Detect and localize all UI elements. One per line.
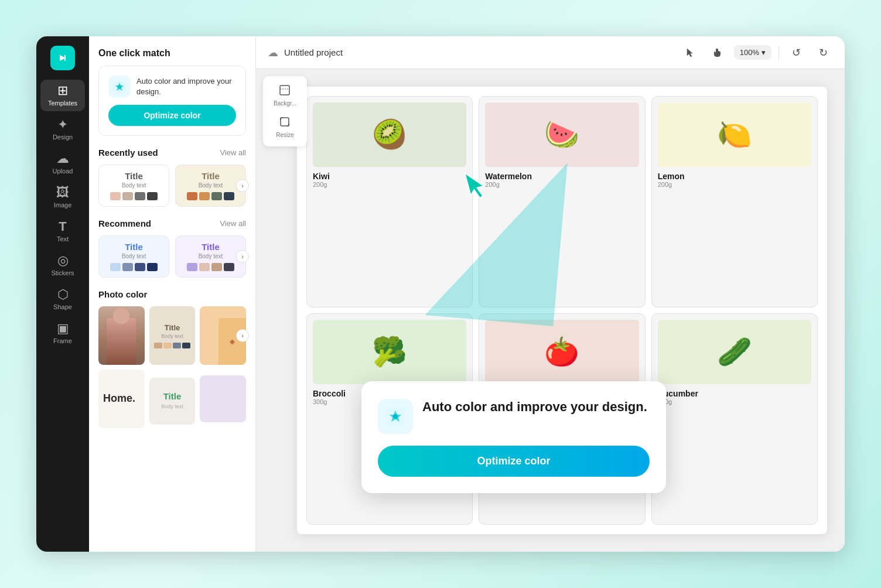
- decorative-triangle: [425, 152, 568, 326]
- background-tool[interactable]: Backgr...: [268, 81, 302, 110]
- recommend-next-chevron[interactable]: ›: [236, 250, 249, 263]
- image-icon: 🖼: [56, 186, 69, 199]
- sidebar-item-text-label: Text: [57, 235, 69, 242]
- recommend-title: Recommend: [98, 218, 151, 228]
- background-icon: [279, 84, 291, 99]
- template-rec-body-2: Body text: [182, 253, 240, 259]
- resize-icon: [279, 116, 291, 131]
- svg-rect-4: [281, 118, 289, 126]
- main-area: ☁ Untitled project 100% ▾: [256, 36, 845, 552]
- swatch: [199, 263, 210, 271]
- sidebar-item-frame[interactable]: ▣ Frame: [40, 317, 85, 349]
- photo-card-person[interactable]: [98, 306, 145, 365]
- design-icon: ✦: [57, 118, 68, 131]
- svg-point-6: [393, 414, 398, 419]
- frame-icon: ▣: [57, 322, 69, 335]
- sidebar-item-stickers[interactable]: ◎ Stickers: [40, 249, 85, 281]
- photo-color-title: Photo color: [98, 289, 147, 299]
- resize-tool-label: Resize: [276, 132, 294, 138]
- fruit-weight-lemon: 200g: [658, 181, 672, 188]
- fruit-name-lemon: Lemon: [658, 172, 685, 181]
- swatch: [211, 192, 222, 200]
- template-rec-title-2: Title: [182, 242, 240, 252]
- zoom-control[interactable]: 100% ▾: [734, 45, 771, 60]
- shape-icon: ⬡: [57, 288, 69, 301]
- optimize-color-button-panel[interactable]: Optimize color: [108, 105, 236, 126]
- hand-tool-button[interactable]: [707, 43, 727, 63]
- photo-small-swatches: [154, 343, 190, 348]
- svg-point-2: [118, 85, 121, 88]
- photo-color-next-chevron[interactable]: ›: [236, 329, 249, 342]
- template-rec-title-1: Title: [105, 242, 163, 252]
- resize-tool[interactable]: Resize: [268, 112, 302, 142]
- popup-description: Auto color and improve your design.: [422, 399, 647, 416]
- sidebar-item-image[interactable]: 🖼 Image: [40, 182, 85, 213]
- one-click-card: Auto color and improve your design. Opti…: [98, 66, 246, 136]
- photo-template-title-card[interactable]: Title Body text: [149, 306, 196, 365]
- photo-color-header: Photo color: [98, 289, 246, 299]
- recently-used-grid: Title Body text Title Body text: [98, 165, 246, 207]
- recently-used-view-all[interactable]: View all: [220, 148, 246, 157]
- sidebar-item-templates-label: Templates: [48, 100, 77, 107]
- swatch: [147, 192, 158, 200]
- fruit-image-lemon: 🍋: [658, 102, 811, 167]
- one-click-icon: [108, 76, 131, 98]
- swatch: [199, 192, 210, 200]
- panel-section-title: One click match: [98, 48, 246, 59]
- photo-color-section: Photo color Title Body text: [98, 289, 246, 428]
- fruit-image-cucumber: 🥒: [658, 320, 811, 384]
- recommend-view-all[interactable]: View all: [220, 219, 246, 228]
- template-rec-body-1: Body text: [105, 253, 163, 259]
- home-text-card[interactable]: Home.: [98, 370, 145, 428]
- undo-button[interactable]: ↺: [786, 43, 806, 63]
- project-name: Untitled project: [284, 47, 343, 57]
- swatch: [173, 343, 181, 348]
- fruit-image-broccoli: 🥦: [313, 320, 466, 384]
- template-body-1: Body text: [105, 182, 163, 189]
- sidebar-item-shape-label: Shape: [53, 303, 72, 310]
- canvas-toolbar: Backgr... Resize: [263, 76, 307, 146]
- toolbar: ☁ Untitled project 100% ▾: [256, 36, 845, 69]
- recently-used-next-chevron[interactable]: ›: [236, 179, 249, 192]
- fruit-weight-kiwi: 200g: [313, 181, 327, 188]
- zoom-level: 100%: [740, 48, 759, 57]
- fruit-name-broccoli: Broccoli: [313, 389, 346, 398]
- fruit-weight-broccoli: 300g: [313, 398, 327, 405]
- recommend-header: Recommend View all: [98, 218, 246, 228]
- popup-header: Auto color and improve your design.: [378, 399, 650, 434]
- sidebar-item-upload[interactable]: ☁ Upload: [40, 148, 85, 179]
- toolbar-right: 100% ▾ ↺ ↻: [680, 43, 833, 63]
- cursor-tool-button[interactable]: [680, 43, 700, 63]
- swatch: [211, 263, 222, 271]
- zoom-chevron-down-icon: ▾: [762, 48, 766, 57]
- redo-button[interactable]: ↻: [813, 43, 833, 63]
- title-bottom-card[interactable]: Title Body text: [149, 378, 196, 425]
- photo-bottom-partial[interactable]: [200, 375, 246, 422]
- template-card-recent-1[interactable]: Title Body text: [98, 165, 169, 207]
- swatch: [187, 192, 197, 200]
- upload-icon: ☁: [56, 152, 69, 165]
- recently-used-header: Recently used View all: [98, 148, 246, 158]
- recently-used-title: Recently used: [98, 148, 158, 158]
- sidebar-item-templates[interactable]: ⊞ Templates: [40, 80, 85, 111]
- background-tool-label: Backgr...: [274, 100, 296, 107]
- sidebar-item-image-label: Image: [54, 201, 72, 208]
- sidebar-item-text[interactable]: T Text: [40, 216, 85, 247]
- fruit-card-lemon: 🍋 Lemon 200g: [651, 96, 818, 307]
- template-card-rec-2[interactable]: Title Body text: [175, 235, 246, 278]
- template-card-recent-2[interactable]: Title Body text: [175, 165, 246, 207]
- popup-optimize-button[interactable]: Optimize color: [378, 446, 650, 477]
- swatch: [224, 263, 234, 271]
- title-bottom-text: Title: [163, 391, 182, 401]
- title-bottom-body: Body text: [161, 404, 183, 409]
- sidebar-item-design[interactable]: ✦ Design: [40, 114, 85, 145]
- recommend-section: Recommend View all Title Body text: [98, 218, 246, 278]
- app-logo[interactable]: [50, 46, 75, 70]
- toolbar-left: ☁ Untitled project: [268, 46, 671, 59]
- one-click-description: Auto color and improve your design.: [136, 76, 236, 97]
- sidebar-item-shape[interactable]: ⬡ Shape: [40, 283, 85, 315]
- stickers-icon: ◎: [57, 254, 69, 267]
- sidebar: ⊞ Templates ✦ Design ☁ Upload 🖼 Image T …: [36, 36, 89, 552]
- swatch: [110, 192, 121, 200]
- template-card-rec-1[interactable]: Title Body text: [98, 235, 169, 278]
